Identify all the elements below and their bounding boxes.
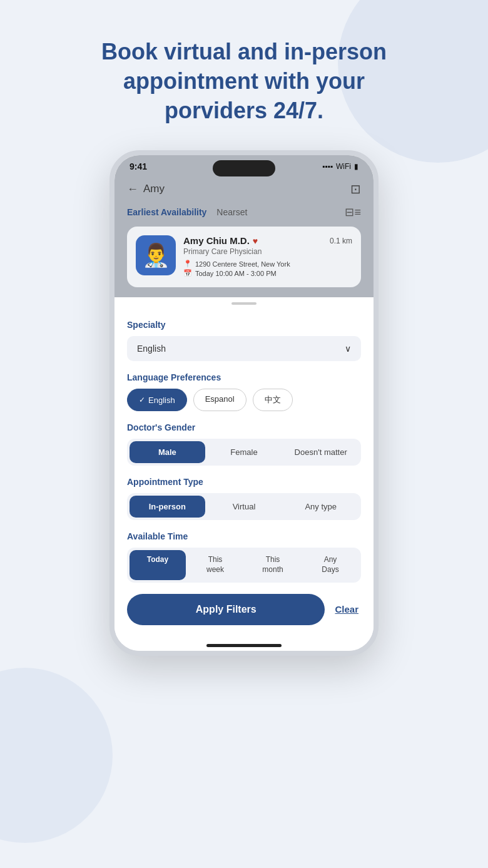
type-in-person[interactable]: In-person (130, 496, 205, 518)
appointment-type-toggle-group: In-person Virtual Any type (127, 493, 361, 520)
scan-icon[interactable]: ⊡ (350, 181, 361, 197)
home-indicator (206, 644, 282, 647)
language-chip-espanol[interactable]: Espanol (193, 389, 247, 411)
doctor-name: Amy Chiu M.D. ♥ (183, 235, 258, 246)
gender-female[interactable]: Female (206, 441, 282, 463)
back-button[interactable]: ← (127, 183, 138, 196)
time-any-days[interactable]: AnyDays (302, 550, 358, 580)
specialty-value: English (137, 344, 166, 354)
gender-label: Doctor's Gender (127, 422, 361, 432)
language-label: Language Preferences (127, 372, 361, 382)
doctor-card[interactable]: 👨‍⚕️ Amy Chiu M.D. ♥ 0.1 km Primary Care… (127, 227, 361, 287)
signal-icon: ▪▪▪▪ (322, 162, 333, 171)
doctor-schedule: Today 10:00 AM - 3:00 PM (195, 270, 277, 277)
time-today[interactable]: Today (130, 550, 186, 580)
language-chip-chinese[interactable]: 中文 (253, 389, 293, 411)
tab-earliest-availability[interactable]: Earliest Availability (127, 207, 206, 217)
gender-male[interactable]: Male (130, 441, 205, 463)
available-time-section: Available Time Today Thisweek Thismonth … (127, 531, 361, 582)
apply-filters-button[interactable]: Apply Filters (127, 594, 325, 625)
filter-settings-icon[interactable]: ⊟≡ (345, 205, 361, 219)
bg-circle-bottom-left (0, 668, 113, 843)
doctor-section: Earliest Availability Nearset ⊟≡ 👨‍⚕️ Am… (114, 205, 374, 297)
doctor-distance: 0.1 km (330, 237, 352, 245)
time-this-week[interactable]: Thisweek (187, 550, 243, 580)
time-this-month[interactable]: Thismonth (245, 550, 301, 580)
filter-panel: Specialty English ∨ Language Preferences… (114, 310, 374, 637)
specialty-section: Specialty English ∨ (127, 320, 361, 361)
battery-icon: ▮ (354, 162, 358, 171)
doctor-name-row: Amy Chiu M.D. ♥ 0.1 km (183, 235, 352, 246)
time-toggle-group: Today Thisweek Thismonth AnyDays (127, 548, 361, 582)
clear-button[interactable]: Clear (332, 599, 361, 620)
doctor-avatar: 👨‍⚕️ (136, 235, 176, 275)
page-wrapper: Book virtual and in-person appointment w… (0, 0, 488, 681)
type-any[interactable]: Any type (283, 496, 358, 518)
wifi-icon: WiFi (336, 162, 351, 171)
page-headline: Book virtual and in-person appointment w… (69, 38, 419, 125)
appointment-type-section: Appointment Type In-person Virtual Any t… (127, 477, 361, 520)
doctor-info: Amy Chiu M.D. ♥ 0.1 km Primary Care Phys… (183, 235, 352, 278)
doctor-schedule-row: 📅 Today 10:00 AM - 3:00 PM (183, 269, 352, 277)
specialty-label: Specialty (127, 320, 361, 330)
phone-bottom-bar (114, 638, 374, 651)
phone-status-icons: ▪▪▪▪ WiFi ▮ (322, 162, 358, 171)
check-icon: ✓ (139, 396, 145, 404)
doctor-address-row: 📍 1290 Centere Street, New York (183, 260, 352, 268)
phone-status-bar: 9:41 ▪▪▪▪ WiFi ▮ (114, 155, 374, 175)
chevron-down-icon: ∨ (345, 344, 351, 354)
available-time-label: Available Time (127, 531, 361, 541)
language-chip-group: ✓ English Espanol 中文 (127, 389, 361, 411)
gender-toggle-group: Male Female Doesn't matter (127, 439, 361, 466)
heart-icon: ♥ (253, 236, 258, 246)
filter-tabs: Earliest Availability Nearset ⊟≡ (127, 205, 361, 219)
type-virtual[interactable]: Virtual (206, 496, 282, 518)
specialty-dropdown[interactable]: English ∨ (127, 336, 361, 361)
phone-mockup: 9:41 ▪▪▪▪ WiFi ▮ ← Amy ⊡ Earliest Availa… (109, 150, 379, 655)
avatar-figure: 👨‍⚕️ (142, 242, 170, 268)
calendar-icon: 📅 (183, 269, 192, 277)
tab-nearset[interactable]: Nearset (216, 207, 247, 217)
appointment-type-label: Appointment Type (127, 477, 361, 487)
drag-bar (231, 302, 257, 305)
phone-time: 9:41 (130, 161, 147, 171)
doctor-address: 1290 Centere Street, New York (195, 260, 290, 268)
app-header-left: ← Amy (127, 183, 165, 196)
language-section: Language Preferences ✓ English Espanol 中… (127, 372, 361, 411)
gender-section: Doctor's Gender Male Female Doesn't matt… (127, 422, 361, 466)
language-chip-english[interactable]: ✓ English (127, 389, 187, 411)
app-title: Amy (143, 183, 165, 195)
doctor-specialty: Primary Care Physician (183, 247, 352, 256)
location-icon: 📍 (183, 260, 192, 268)
gender-doesnt-matter[interactable]: Doesn't matter (283, 441, 358, 463)
dynamic-island (213, 160, 275, 176)
action-row: Apply Filters Clear (127, 594, 361, 625)
app-header: ← Amy ⊡ (114, 175, 374, 205)
drag-handle (114, 297, 374, 310)
